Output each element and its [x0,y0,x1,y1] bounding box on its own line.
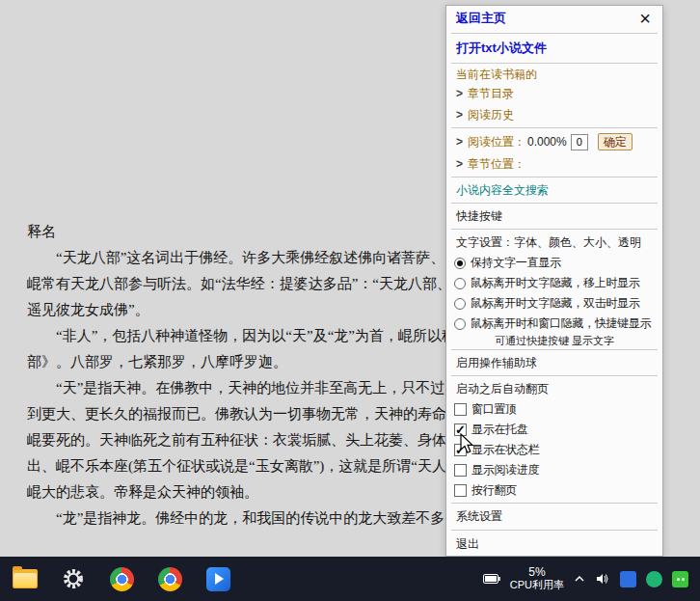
chevron-right-icon: > [456,87,463,100]
home-link[interactable]: 返回主页 [456,10,506,27]
radio-option-hide-show-hover[interactable]: 鼠标离开时文字隐藏，移上时显示 [446,273,662,293]
open-file-row[interactable]: 打开txt小说文件 [446,36,662,61]
radio-option-hide-window-shortcut[interactable]: 鼠标离开时和窗口隐藏，快捷键显示 [446,314,662,334]
close-icon[interactable]: × [639,9,651,28]
checkbox-show-progress[interactable]: 显示阅读进度 [446,460,662,480]
separator [451,127,658,128]
checkbox-label: 显示在状态栏 [471,442,539,458]
volume-icon[interactable] [595,571,610,587]
radio-label: 保持文字一直显示 [471,255,561,271]
checkbox[interactable] [454,444,467,456]
checkbox-label: 显示阅读进度 [471,462,539,478]
folder-icon [13,569,38,588]
checkbox[interactable] [454,423,467,436]
cpu-label: CPU利用率 [510,579,564,591]
chrome-icon-2[interactable] [156,565,183,592]
chevron-right-icon: > [456,135,463,149]
exit-label: 退出 [456,536,479,553]
file-explorer-icon[interactable] [12,565,39,592]
separator [451,229,658,230]
assist-ball-label: 启用操作辅助球 [456,355,537,371]
separator [451,177,658,178]
reader-line: “龙”是指神龙。佛经中的龙，和我国的传说中的龙大致差不多，不 [27,505,445,532]
text-settings-label: 文字设置：字体、颜色、大小、透明 [456,234,641,251]
exit-item[interactable]: 退出 [446,533,662,556]
taskbar: 5% CPU利用率 [0,557,700,601]
taskbar-apps [0,565,231,592]
reading-history-label: 阅读历史 [468,107,514,123]
checkbox-show-in-tray[interactable]: 显示在托盘 [446,420,662,440]
play-icon [206,567,230,591]
play-triangle-icon [215,573,224,585]
checkbox-window-topmost[interactable]: 窗口置顶 [446,399,662,420]
radio-label: 鼠标离开时文字隐藏，双击时显示 [471,295,640,312]
radio-option-hide-show-dblclick[interactable]: 鼠标离开时文字隐藏，双击时显示 [446,293,662,314]
reader-line: 遥见彼龙女成佛”。 [27,297,445,323]
open-txt-file-link[interactable]: 打开txt小说文件 [456,40,547,57]
battery-icon[interactable] [483,574,500,584]
separator [451,33,658,34]
reader-line: 到更大、更长久的福报而已。佛教认为一切事物无常，天神的寿命终 [27,401,445,427]
chapter-toc-item[interactable]: > 章节目录 [446,83,662,104]
tray-app-green-square-icon[interactable] [672,571,688,587]
tray-app-green-circle-icon[interactable] [646,571,662,587]
reader-line: “天龙八部”这名词出于佛经。许多大乘佛经叙述佛向诸菩萨、比 [27,245,445,271]
chapter-position-item[interactable]: > 章节位置： [446,153,662,175]
reading-position-label: 阅读位置： [468,134,525,150]
reader-line: “天”是指天神。在佛教中，天神的地位并非至高无上，只不过比 [27,375,445,401]
checkbox-page-by-line[interactable]: 按行翻页 [446,480,662,501]
reader-line: 崐要死的。天神临死之前有五种征状：衣裳垢腻、头上花萎、身体臭 [27,427,445,453]
separator [451,503,658,504]
chevron-up-icon[interactable] [574,575,585,583]
confirm-button[interactable]: 确定 [598,133,633,150]
chrome-icon[interactable] [108,565,135,592]
checkbox[interactable] [454,403,467,416]
shortcut-keys-item[interactable]: 快捷按键 [446,205,662,227]
chevron-right-icon: > [456,108,463,122]
radio-button[interactable] [454,258,466,269]
auto-page-label: 启动之后自动翻页 [456,381,549,397]
reader-line: 崐常有天龙八部参与听法。如“法华经：提婆达多品”：“天龙八部、人 [27,271,445,297]
assist-ball-item[interactable]: 启用操作辅助球 [446,352,662,373]
cpu-percent: 5% [528,566,545,579]
reader-line: “非人”，包括八种神道怪物，因为以“天”及“龙”为首，崐所以称为 [27,323,445,349]
reading-position-percent: 0.000% [527,135,567,149]
reading-position-input[interactable] [571,134,588,150]
reader-line: 释名 [27,219,445,245]
reading-position-row: > 阅读位置： 0.000% 确定 [446,130,662,153]
cpu-usage-widget[interactable]: 5% CPU利用率 [510,566,564,591]
chapter-position-label: 章节位置： [468,156,525,173]
tray-app-blue-icon[interactable] [620,571,636,587]
current-book-row: 当前在读书籍的 [446,66,662,83]
system-settings-item[interactable]: 系统设置 [446,505,662,528]
chrome-logo-icon [110,567,134,591]
separator [451,375,658,376]
current-book-label: 当前在读书籍的 [456,67,537,83]
separator [451,349,658,350]
fulltext-search-label: 小说内容全文搜索 [456,182,549,199]
checkbox[interactable] [454,484,467,497]
reader-window[interactable]: 释名 “天龙八部”这名词出于佛经。许多大乘佛经叙述佛向诸菩萨、比 崐常有天龙八部… [27,219,445,539]
checkbox-show-in-statusbar[interactable]: 显示在状态栏 [446,440,662,460]
menu-panel: 返回主页 × 打开txt小说文件 当前在读书籍的 > 章节目录 > 阅读历史 >… [445,5,663,557]
auto-page-item[interactable]: 启动之后自动翻页 [446,378,662,399]
fulltext-search-item[interactable]: 小说内容全文搜索 [446,179,662,201]
media-app-icon[interactable] [204,565,231,592]
reading-history-item[interactable]: > 阅读历史 [446,104,662,125]
radio-button[interactable] [454,298,466,310]
checkbox[interactable] [454,464,467,477]
radio-button[interactable] [454,318,466,330]
radio-option-keep-visible[interactable]: 保持文字一直显示 [446,253,662,273]
text-settings-item[interactable]: 文字设置：字体、颜色、大小、透明 [446,232,662,253]
panel-header: 返回主页 × [446,6,662,31]
shortcut-keys-label: 快捷按键 [456,208,502,225]
radio-label: 鼠标离开时和窗口隐藏，快捷键显示 [471,315,651,332]
separator [451,530,658,531]
reader-line: 部》。八部罗，七紧那罗，八摩呼罗迦。 [27,349,445,375]
gear-icon [62,567,85,590]
radio-button[interactable] [454,278,466,289]
reader-line: 崐大的悲哀。帝释是众天神的领袖。 [27,479,445,505]
radio-label: 鼠标离开时文字隐藏，移上时显示 [471,275,640,291]
shortcut-hint: 可通过快捷按键 显示文字 [446,334,662,347]
settings-gear-icon[interactable] [60,565,87,592]
